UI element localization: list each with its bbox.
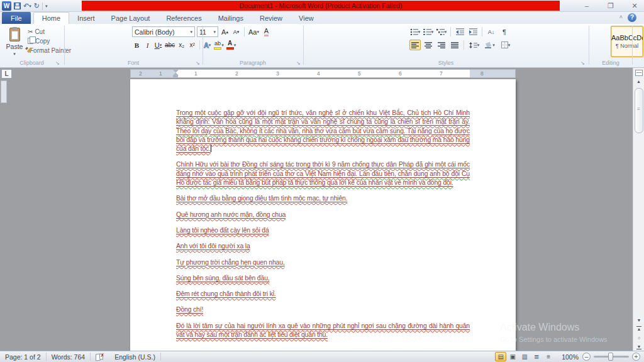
dialog-launcher-icon[interactable]: ↘ <box>55 61 60 66</box>
ruler-number: 4 <box>317 70 320 77</box>
tab-insert[interactable]: Insert <box>69 12 103 24</box>
tab-file[interactable]: File <box>2 12 31 24</box>
view-shortcut-buttons: ▤▣▥≣≡ <box>495 352 554 361</box>
ruler-number: 2 <box>139 70 142 77</box>
scroll-down-button[interactable]: ▼ <box>634 316 644 324</box>
ruler-text-area <box>176 70 470 77</box>
editing-group: Find▾ abacReplace Select▾ Editing <box>589 24 632 67</box>
format-painter-button[interactable]: Format Painter <box>28 46 63 55</box>
text-run: Làng tôi nghèo đất cày lên sỏi đá <box>176 226 269 234</box>
document-page[interactable]: Trong một cuộc gặp gỡ với đội ngũ trí th… <box>130 79 516 351</box>
customize-quick-access-button[interactable]: ▾ <box>45 1 48 11</box>
underline-button[interactable]: U▾ <box>153 40 163 50</box>
dialog-launcher-icon[interactable]: ↘ <box>580 61 585 66</box>
document-paragraph[interactable]: Súng bên súng, đầu sát bên đầu, <box>176 273 470 282</box>
word-count[interactable]: Words: 764 <box>47 352 91 362</box>
styles-group: AaBbCcDc¶ NormalAaBbCcDc¶ No Spaci...AaB… <box>304 24 588 67</box>
word-application-window: W ↶▾ ↻ ▾ Document1 - Microsoft Word (Pro… <box>0 0 644 362</box>
help-button[interactable]: ? <box>628 13 636 22</box>
previous-page-button[interactable]: ▲ <box>634 325 644 333</box>
cut-button[interactable]: ✂Cut <box>28 27 63 36</box>
document-paragraph[interactable]: Chính Hữu với bài thơ Đồng chí sáng tác … <box>176 160 470 187</box>
page-indicator[interactable]: Page: 1 of 2 <box>0 352 46 362</box>
text-run: Trong một cuộc gặp gỡ với đội ngũ trí th… <box>176 109 470 125</box>
cut-label: Cut <box>35 28 45 35</box>
text-run: Súng bên súng, đầu sát bên đầu, <box>176 274 270 282</box>
tab-review[interactable]: Review <box>252 12 291 24</box>
document-paragraph[interactable]: Đêm rét chung chăn thành đôi tri kỉ. <box>176 289 470 298</box>
document-paragraph[interactable]: Đó là lời tâm sự của hai người lính xa q… <box>176 321 470 339</box>
collapse-ribbon-icon[interactable]: ˄ <box>619 14 623 20</box>
select-browse-object-button[interactable]: ○ <box>634 334 644 342</box>
document-paragraph[interactable]: Làng tôi nghèo đất cày lên sỏi đá <box>176 226 470 234</box>
vertical-scrollbar[interactable]: ▲ ▼ ▲ ○ ▼ <box>633 68 644 351</box>
undo-button[interactable]: ↶▾ <box>23 1 31 11</box>
bold-button[interactable]: B <box>132 40 142 50</box>
paste-label: Paste <box>6 43 23 50</box>
tab-home[interactable]: Home <box>33 12 69 24</box>
restore-button[interactable]: ❐ <box>604 2 618 10</box>
zoom-level[interactable]: 100% <box>562 353 579 361</box>
view-outline-button[interactable]: ≣ <box>531 352 542 361</box>
tab-references[interactable]: References <box>158 12 209 24</box>
font-family-select[interactable]: Calibri (Body) ▾ <box>132 26 195 37</box>
word-logo-icon: W <box>2 1 11 11</box>
dialog-launcher-icon[interactable]: ↘ <box>296 61 301 66</box>
document-text-area[interactable]: Trong một cuộc gặp gỡ với đội ngũ trí th… <box>176 108 470 349</box>
font-group-label: Font <box>65 60 202 66</box>
proofing-book-icon <box>96 353 104 360</box>
view-print-layout-button[interactable]: ▤ <box>495 352 506 361</box>
zoom-in-button[interactable]: + <box>632 353 640 361</box>
document-paragraph[interactable]: Quê hương anh nước mặn, đồng chua <box>176 210 470 219</box>
document-paragraph[interactable]: Bài thơ mở đầu bằng giọng điệu tâm tình … <box>176 194 470 202</box>
document-paragraph[interactable]: Trong một cuộc gặp gỡ với đội ngũ trí th… <box>176 108 470 153</box>
activate-windows-watermark: Activate Windows Go to Settings to activ… <box>500 322 608 343</box>
next-page-button[interactable]: ▼ <box>634 343 644 351</box>
tab-page-layout[interactable]: Page Layout <box>103 12 158 24</box>
document-paragraph[interactable]: Tự phương trời chẳng hẹn quen nhau, <box>176 258 470 266</box>
superscript-button[interactable]: x² <box>187 40 197 50</box>
title-highlight-banner: Document1 - Microsoft Word (Product Acti… <box>82 1 560 11</box>
proofing-status[interactable] <box>91 352 109 362</box>
copy-icon <box>28 38 33 44</box>
chevron-down-icon: ▾ <box>13 52 16 57</box>
title-bar: W ↶▾ ↻ ▾ Document1 - Microsoft Word (Pro… <box>0 0 644 12</box>
document-paragraph[interactable]: Anh với tôi đôi người xa lạ <box>176 241 470 250</box>
zoom-slider-track[interactable] <box>594 356 629 358</box>
zoom-out-button[interactable]: – <box>582 353 591 361</box>
ruler-toggle-button[interactable] <box>635 70 643 76</box>
paste-button[interactable]: Paste ▾ <box>3 26 26 63</box>
tab-mailings[interactable]: Mailings <box>210 12 252 24</box>
copy-button[interactable]: Copy <box>28 36 63 45</box>
dialog-launcher-icon[interactable]: ↘ <box>196 61 200 66</box>
toolbar-separator <box>199 40 200 50</box>
tab-view[interactable]: View <box>291 12 322 24</box>
tab-stop-selector-button[interactable]: L <box>1 69 12 79</box>
text-run: Đêm rét chung chăn thành đôi tri kỉ. <box>176 290 276 297</box>
minimize-button[interactable]: – <box>580 2 594 9</box>
document-paragraph[interactable]: Đồng chí! <box>176 305 470 314</box>
italic-button[interactable]: I <box>143 40 152 50</box>
indent-marker-icon[interactable] <box>173 70 179 77</box>
view-web-layout-button[interactable]: ▥ <box>519 352 530 361</box>
horizontal-ruler[interactable]: 2112345678 <box>130 69 516 78</box>
chevron-down-icon[interactable]: ▾ <box>29 1 31 11</box>
strikethrough-button[interactable]: abc <box>164 40 175 50</box>
styles-group-label: Styles <box>304 60 588 66</box>
zoom-slider-thumb[interactable] <box>608 353 613 361</box>
clipboard-group: Paste ▾ ✂Cut Copy Format Painter Clipboa… <box>0 24 64 67</box>
underline-icon: U <box>155 41 160 49</box>
view-full-screen-reading-button[interactable]: ▣ <box>507 352 518 361</box>
subscript-button[interactable]: x₂ <box>177 40 186 50</box>
view-draft-button[interactable]: ≡ <box>543 352 554 361</box>
text-run: Anh với tôi đôi người xa lạ <box>176 242 250 250</box>
scrollbar-thumb[interactable] <box>635 88 643 133</box>
language-indicator[interactable]: English (U.S.) <box>109 352 160 362</box>
scroll-up-button[interactable]: ▲ <box>634 77 644 85</box>
close-button[interactable]: ✕ <box>628 2 641 10</box>
redo-button[interactable]: ↻ <box>34 1 40 11</box>
chevron-down-icon: ▾ <box>190 30 192 35</box>
window-controls: – ❐ ✕ <box>580 0 641 11</box>
ruler-number: 3 <box>276 70 279 77</box>
save-button[interactable] <box>14 3 21 9</box>
